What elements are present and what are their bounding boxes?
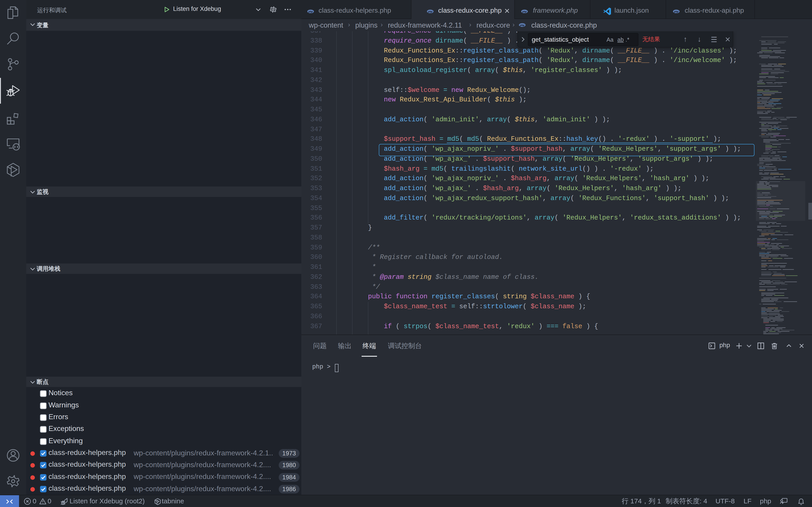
svg-text:php: php	[519, 24, 524, 26]
svg-text:php: php	[308, 10, 313, 13]
svg-text:php: php	[674, 10, 678, 13]
svg-text:php: php	[522, 10, 527, 13]
svg-text:php: php	[428, 10, 433, 13]
